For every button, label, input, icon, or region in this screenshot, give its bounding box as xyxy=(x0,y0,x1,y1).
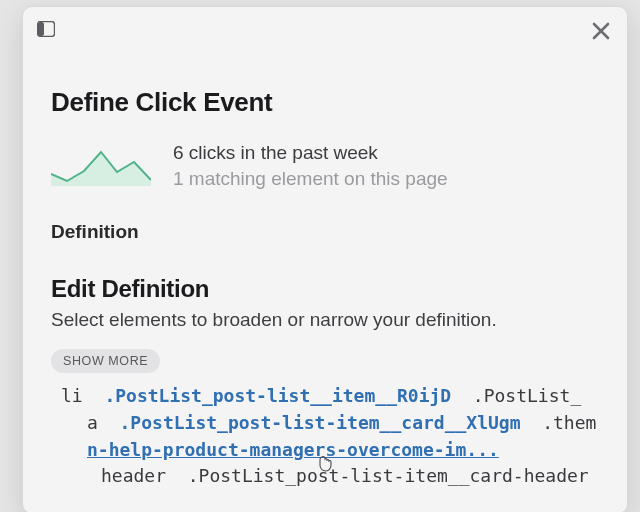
selector-row-link[interactable]: n-help-product-managers-overcome-im... xyxy=(61,437,599,464)
stats-text: 6 clicks in the past week 1 matching ele… xyxy=(173,140,448,191)
selector-row[interactable]: header .PostList_post-list-item__card-he… xyxy=(61,463,599,490)
selector-url: n-help-product-managers-overcome-im... xyxy=(87,439,499,460)
selector-class-tail: .them xyxy=(542,412,596,433)
selector-row[interactable]: li .PostList_post-list__item__R0ijD .Pos… xyxy=(61,383,599,410)
panel-topbar xyxy=(23,7,627,51)
selector-class-tail: .PostList_post-list-item__card-header xyxy=(188,465,589,486)
clicks-count: 6 clicks in the past week xyxy=(173,140,448,166)
selector-tag: header xyxy=(101,465,166,486)
matching-elements: 1 matching element on this page xyxy=(173,166,448,192)
edit-definition-title: Edit Definition xyxy=(51,275,599,303)
section-definition: Definition xyxy=(51,221,599,243)
sidebar-toggle-icon[interactable] xyxy=(37,21,55,37)
define-event-panel: Define Click Event 6 clicks in the past … xyxy=(22,6,628,512)
svg-rect-1 xyxy=(38,22,44,36)
sparkline-chart xyxy=(51,146,151,186)
selector-tag: li xyxy=(61,385,83,406)
stats-row: 6 clicks in the past week 1 matching ele… xyxy=(51,140,599,191)
close-icon[interactable] xyxy=(591,21,611,41)
edit-definition-desc: Select elements to broaden or narrow you… xyxy=(51,309,599,331)
selector-class: .PostList_post-list__item__R0ijD xyxy=(104,385,451,406)
selector-row[interactable]: a .PostList_post-list-item__card__XlUgm … xyxy=(61,410,599,437)
selector-class: .PostList_post-list-item__card__XlUgm xyxy=(120,412,521,433)
panel-content: Define Click Event 6 clicks in the past … xyxy=(23,87,627,490)
selector-class-tail: .PostList_ xyxy=(473,385,581,406)
page-title: Define Click Event xyxy=(51,87,599,118)
selector-tag: a xyxy=(87,412,98,433)
selector-tree: li .PostList_post-list__item__R0ijD .Pos… xyxy=(51,383,599,490)
show-more-button[interactable]: SHOW MORE xyxy=(51,349,160,373)
